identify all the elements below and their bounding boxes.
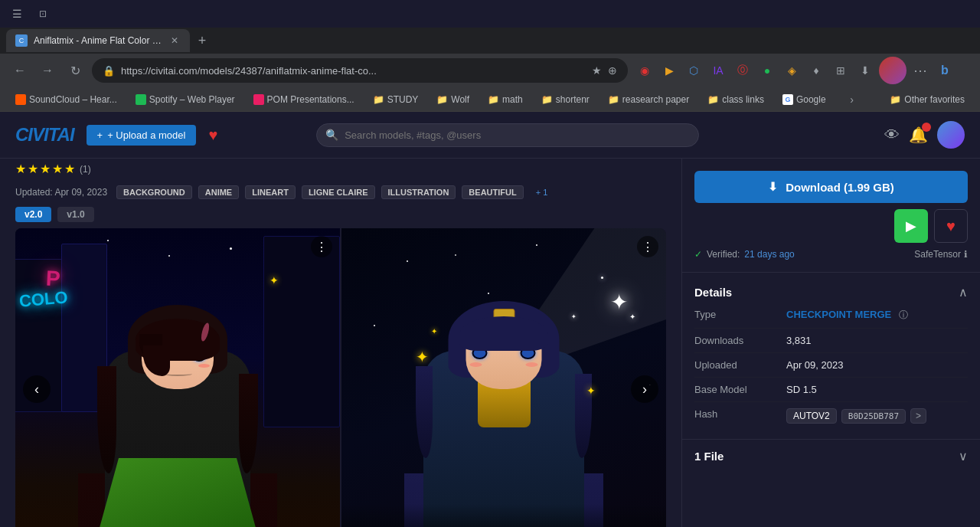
- tag-background[interactable]: BACKGROUND: [116, 185, 192, 199]
- char2-sparkle-3: ✦: [431, 327, 437, 336]
- uploaded-label: Uploaded: [694, 359, 786, 371]
- star-3: ★: [40, 162, 51, 176]
- image-1-menu-button[interactable]: ⋮: [311, 236, 332, 257]
- bg-star-6: [455, 254, 456, 256]
- user-avatar[interactable]: [937, 121, 965, 149]
- extensions-button[interactable]: ⊞: [830, 60, 851, 81]
- safe-tensor-info-icon[interactable]: ℹ: [964, 249, 968, 260]
- visibility-toggle[interactable]: 👁: [884, 126, 900, 144]
- bing-button[interactable]: b: [934, 60, 956, 81]
- screenshot-btn[interactable]: ⊡: [32, 3, 54, 25]
- bookmark-research[interactable]: 📁 reasearch paper: [602, 93, 695, 106]
- site-logo[interactable]: CIVITAI: [15, 124, 74, 146]
- logo-text: CIVIT: [15, 124, 57, 145]
- verified-date-link[interactable]: 21 days ago: [744, 249, 794, 260]
- tag-lineart[interactable]: LINEART: [245, 185, 296, 199]
- bottom-gradient: [341, 504, 666, 527]
- bookmark-class[interactable]: 📁 class links: [701, 93, 770, 106]
- play-button[interactable]: ▶: [894, 209, 928, 243]
- extension-icon-8[interactable]: ♦: [805, 60, 827, 81]
- star-2: ★: [28, 162, 38, 176]
- bookmarks-expand-button[interactable]: ›: [841, 89, 863, 110]
- bg-star-4: [374, 325, 375, 326]
- upload-model-button[interactable]: + + Upload a model: [87, 125, 197, 146]
- char2-head: [460, 313, 548, 412]
- hash-type-button[interactable]: AUTOV2: [786, 408, 837, 424]
- downloads-row: Downloads 3,831: [694, 329, 968, 353]
- extension-icon-3[interactable]: ⬡: [683, 60, 704, 81]
- download-button[interactable]: ⬇ Download (1.99 GB): [694, 171, 968, 203]
- folder-shorten-icon: 📁: [541, 94, 553, 105]
- version-v1-button[interactable]: v1.0: [57, 207, 93, 222]
- search-input[interactable]: [316, 123, 699, 147]
- neon-sign-2: P: [45, 267, 60, 292]
- image-slot-2[interactable]: ✦ ✦ ·: [341, 228, 666, 527]
- tag-anime[interactable]: ANIME: [198, 185, 239, 199]
- menu-button[interactable]: ⋯: [910, 60, 931, 81]
- star-5: ★: [64, 162, 75, 176]
- extension-icon-6[interactable]: ●: [756, 60, 778, 81]
- hash-label: Hash: [694, 408, 786, 424]
- star-4: ★: [52, 162, 63, 176]
- profile-avatar[interactable]: [879, 57, 906, 84]
- star-bg-3: [230, 247, 232, 250]
- sidebar-toggle[interactable]: ☰: [6, 3, 28, 25]
- bookmark-pom[interactable]: POM Presentations...: [247, 93, 361, 106]
- tab-close-button[interactable]: ✕: [168, 34, 181, 47]
- back-button[interactable]: ←: [9, 60, 31, 81]
- tag-ligne-claire[interactable]: LIGNE CLAIRE: [302, 185, 375, 199]
- anime-image-2: ✦ ✦ ·: [341, 228, 666, 527]
- bookmark-pom-label: POM Presentations...: [267, 94, 354, 105]
- star-bg-1: [107, 240, 109, 241]
- tag-illustration[interactable]: ILLUSTRATION: [381, 185, 456, 199]
- bookmark-shorten[interactable]: 📁 shortenr: [535, 93, 596, 106]
- small-sparkle: ✦: [629, 313, 635, 321]
- big-sparkle-star: ✦: [610, 290, 628, 315]
- version-v2-button[interactable]: v2.0: [15, 207, 51, 222]
- hash-value-text: B0D25DB787: [841, 409, 906, 424]
- new-tab-button[interactable]: +: [193, 31, 211, 50]
- extension-icon-7[interactable]: ◈: [781, 60, 802, 81]
- bookmark-math[interactable]: 📁 math: [482, 93, 529, 106]
- address-bar[interactable]: 🔒 https://civitai.com/models/24387/anifl…: [92, 58, 628, 83]
- safe-tensor-label: SafeTensor ℹ: [914, 249, 968, 260]
- char2-left-blush: [470, 362, 482, 367]
- tab-title: Aniflatmix - Anime Flat Color Sty...: [34, 35, 162, 46]
- active-tab[interactable]: C Aniflatmix - Anime Flat Color Sty... ✕: [6, 29, 190, 52]
- type-info-icon[interactable]: ⓘ: [899, 309, 908, 320]
- image-2-menu-button[interactable]: ⋮: [637, 236, 658, 257]
- bookmark-spotify[interactable]: Spotify – Web Player: [129, 93, 241, 106]
- hash-value-container: AUTOV2 B0D25DB787 >: [786, 408, 968, 424]
- details-header[interactable]: Details ∧: [694, 282, 968, 303]
- hash-copy-button[interactable]: >: [910, 408, 926, 424]
- updated-text: Updated: Apr 09, 2023: [15, 187, 107, 198]
- char2-blush: [470, 362, 538, 367]
- download-label: Download (1.99 GB): [786, 181, 894, 194]
- file-chevron-icon[interactable]: ∨: [959, 449, 968, 463]
- carousel-next-button[interactable]: ›: [631, 375, 658, 403]
- pom-favicon: [253, 94, 264, 105]
- wishlist-button[interactable]: ♥: [208, 126, 217, 144]
- main-content: ★ ★ ★ ★ ★ (1) Updated: Apr 09, 2023 BACK…: [0, 159, 980, 527]
- tags-more[interactable]: + 1: [530, 186, 554, 198]
- refresh-button[interactable]: ↻: [64, 60, 86, 81]
- save-to-favorites-button[interactable]: ♥: [934, 209, 968, 243]
- bookmark-soundcloud[interactable]: SoundCloud – Hear...: [9, 93, 123, 106]
- image-slot-1[interactable]: COLO P ✦: [15, 228, 341, 527]
- bookmark-google[interactable]: G Google: [776, 93, 832, 106]
- bookmark-study[interactable]: 📁 STUDY: [367, 93, 425, 106]
- bookmark-wolf[interactable]: 📁 Wolf: [430, 93, 475, 106]
- notifications-button[interactable]: 🔔: [909, 126, 928, 144]
- extension-icon-2[interactable]: ▶: [658, 60, 680, 81]
- type-value: CHECKPOINT MERGE ⓘ: [786, 309, 968, 322]
- extension-icon-5[interactable]: ⓪: [732, 60, 753, 81]
- extension-icon-1[interactable]: ◉: [634, 60, 655, 81]
- tag-beautiful[interactable]: BEAUTIFUL: [462, 185, 523, 199]
- details-chevron-icon: ∧: [959, 285, 968, 300]
- extension-icon-4[interactable]: IA: [707, 60, 729, 81]
- other-favorites[interactable]: 📁 Other favorites: [884, 93, 971, 106]
- carousel-prev-button[interactable]: ‹: [23, 375, 51, 403]
- forward-button[interactable]: →: [37, 60, 58, 81]
- folder-class-icon: 📁: [707, 94, 719, 105]
- downloads-button[interactable]: ⬇: [854, 60, 876, 81]
